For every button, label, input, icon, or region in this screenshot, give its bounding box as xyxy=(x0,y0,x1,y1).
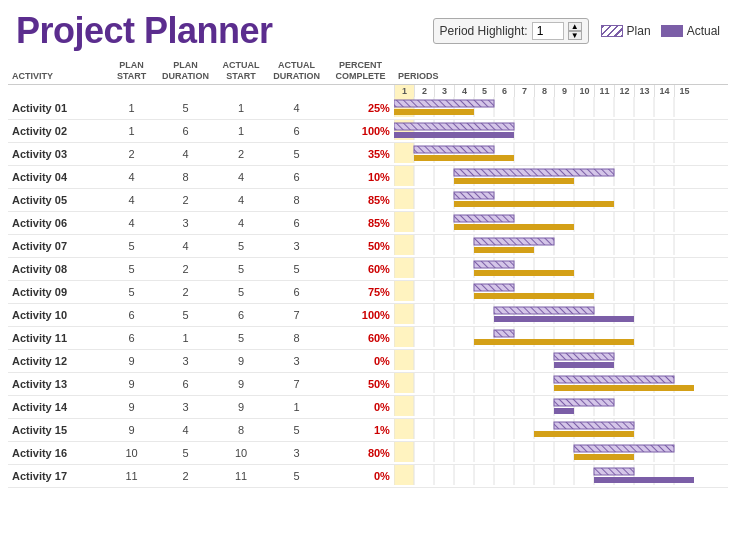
gantt-row-svg xyxy=(394,465,694,485)
period-highlight-input[interactable] xyxy=(532,22,564,40)
period-header-3: 3 xyxy=(434,85,454,97)
gantt-row-svg xyxy=(394,189,694,209)
gantt-row-svg xyxy=(394,143,694,163)
actual-bar xyxy=(534,431,634,437)
gantt-table: ACTIVITY PLANSTART PLANDURATION ACTUALST… xyxy=(8,58,728,488)
svg-rect-288 xyxy=(394,465,414,485)
period-down-button[interactable]: ▼ xyxy=(568,31,582,40)
gantt-cell xyxy=(394,188,728,211)
percent-complete-value: 0% xyxy=(327,349,394,372)
gantt-row-svg xyxy=(394,212,694,232)
gantt-row-svg xyxy=(394,258,694,278)
table-row: Activity 1293930% xyxy=(8,349,728,372)
table-row: Activity 106567100% xyxy=(8,303,728,326)
gantt-cell xyxy=(394,441,728,464)
plan-swatch xyxy=(601,25,623,37)
period-spacer xyxy=(8,84,394,97)
plan-duration-value: 5 xyxy=(155,303,216,326)
gantt-row-svg xyxy=(394,235,694,255)
activity-name: Activity 09 xyxy=(8,280,108,303)
percent-complete-value: 100% xyxy=(327,303,394,326)
gantt-row-svg xyxy=(394,166,694,186)
gantt-cell xyxy=(394,464,728,487)
gantt-cell xyxy=(394,418,728,441)
actual-start-value: 5 xyxy=(216,280,266,303)
period-numbers-row: 123456789101112131415 xyxy=(8,84,728,97)
plan-start-value: 5 xyxy=(108,234,155,257)
actual-swatch xyxy=(661,25,683,37)
percent-complete-value: 1% xyxy=(327,418,394,441)
plan-start-value: 1 xyxy=(108,119,155,142)
plan-bar xyxy=(554,376,674,383)
plan-bar xyxy=(474,238,554,245)
percent-complete-value: 50% xyxy=(327,234,394,257)
col-actual-duration: ACTUALDURATION xyxy=(266,58,327,84)
activity-name: Activity 17 xyxy=(8,464,108,487)
period-header-1: 1 xyxy=(394,85,414,97)
svg-rect-252 xyxy=(394,419,414,439)
actual-start-value: 8 xyxy=(216,418,266,441)
activity-name: Activity 04 xyxy=(8,165,108,188)
plan-start-value: 5 xyxy=(108,280,155,303)
actual-start-value: 5 xyxy=(216,234,266,257)
actual-bar xyxy=(454,178,574,184)
plan-duration-value: 3 xyxy=(155,349,216,372)
table-row: Activity 07545350% xyxy=(8,234,728,257)
activity-name: Activity 14 xyxy=(8,395,108,418)
activity-name: Activity 02 xyxy=(8,119,108,142)
gantt-row-svg xyxy=(394,396,694,416)
plan-duration-value: 1 xyxy=(155,326,216,349)
plan-duration-value: 6 xyxy=(155,119,216,142)
legend-actual: Actual xyxy=(661,24,720,38)
period-spinner[interactable]: ▲ ▼ xyxy=(568,22,582,40)
gantt-row-svg xyxy=(394,442,694,462)
actual-bar xyxy=(454,224,574,230)
plan-start-value: 6 xyxy=(108,326,155,349)
period-up-button[interactable]: ▲ xyxy=(568,22,582,31)
gantt-cell xyxy=(394,211,728,234)
gantt-row-svg xyxy=(394,419,694,439)
gantt-cell xyxy=(394,234,728,257)
activity-name: Activity 16 xyxy=(8,441,108,464)
plan-start-value: 2 xyxy=(108,142,155,165)
actual-duration-value: 3 xyxy=(266,234,327,257)
plan-start-value: 1 xyxy=(108,97,155,120)
svg-rect-36 xyxy=(394,143,414,163)
period-header-8: 8 xyxy=(534,85,554,97)
actual-duration-value: 5 xyxy=(266,418,327,441)
actual-start-value: 10 xyxy=(216,441,266,464)
activity-name: Activity 07 xyxy=(8,234,108,257)
percent-complete-value: 75% xyxy=(327,280,394,303)
plan-duration-value: 3 xyxy=(155,395,216,418)
actual-bar xyxy=(554,408,574,414)
actual-bar xyxy=(574,454,634,460)
period-header-5: 5 xyxy=(474,85,494,97)
activity-name: Activity 03 xyxy=(8,142,108,165)
gantt-row-svg xyxy=(394,304,694,324)
svg-rect-126 xyxy=(394,258,414,278)
svg-rect-180 xyxy=(394,327,414,347)
activity-name: Activity 12 xyxy=(8,349,108,372)
svg-rect-72 xyxy=(394,189,414,209)
plan-start-value: 10 xyxy=(108,441,155,464)
percent-complete-value: 0% xyxy=(327,464,394,487)
plan-label: Plan xyxy=(627,24,651,38)
plan-start-value: 4 xyxy=(108,188,155,211)
period-highlight-control: Period Highlight: ▲ ▼ xyxy=(433,18,589,44)
table-row: Activity 08525560% xyxy=(8,257,728,280)
percent-complete-value: 0% xyxy=(327,395,394,418)
percent-complete-value: 85% xyxy=(327,211,394,234)
svg-rect-90 xyxy=(394,212,414,232)
percent-complete-value: 60% xyxy=(327,326,394,349)
period-header-12: 12 xyxy=(614,85,634,97)
gantt-row-svg xyxy=(394,120,694,140)
plan-start-value: 4 xyxy=(108,211,155,234)
actual-bar xyxy=(454,201,614,207)
plan-start-value: 4 xyxy=(108,165,155,188)
percent-complete-value: 100% xyxy=(327,119,394,142)
svg-rect-144 xyxy=(394,281,414,301)
table-row: Activity 09525675% xyxy=(8,280,728,303)
gantt-row-svg xyxy=(394,327,694,347)
table-row: Activity 1594851% xyxy=(8,418,728,441)
percent-complete-value: 50% xyxy=(327,372,394,395)
